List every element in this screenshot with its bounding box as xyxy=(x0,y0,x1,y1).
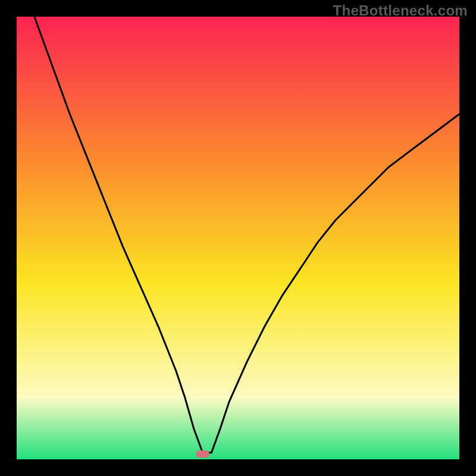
plot-area xyxy=(17,17,459,459)
chart-svg xyxy=(17,17,459,459)
gradient-background xyxy=(17,17,459,459)
optimum-marker xyxy=(196,450,209,458)
chart-container: TheBottleneck.com xyxy=(0,0,476,476)
watermark-text: TheBottleneck.com xyxy=(333,2,468,19)
